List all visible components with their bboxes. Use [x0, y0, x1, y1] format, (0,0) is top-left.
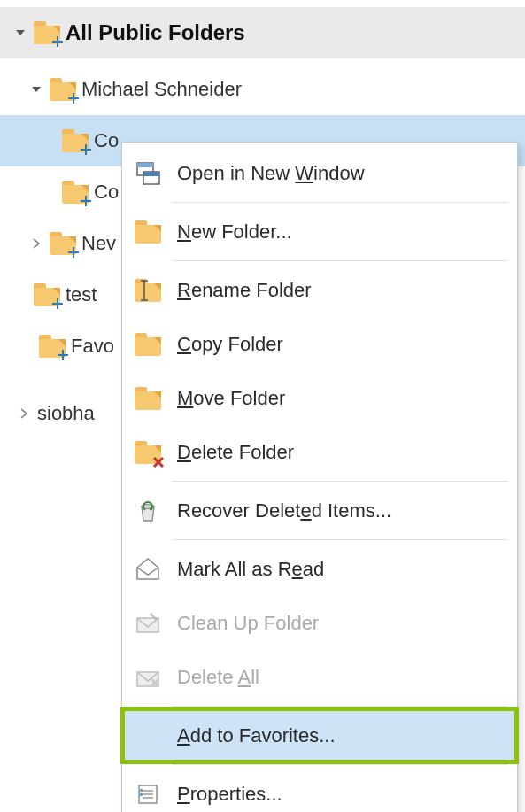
menu-divider: [172, 260, 508, 261]
tree-sibling-label: siobha: [37, 402, 95, 425]
menu-delete-folder[interactable]: Delete Folder: [122, 425, 517, 479]
folder-icon: [39, 335, 66, 358]
properties-icon: [133, 779, 163, 809]
menu-divider: [172, 764, 508, 765]
svg-rect-1: [137, 163, 153, 167]
folder-icon: [34, 21, 60, 44]
envelope-delete-icon: [133, 662, 163, 692]
menu-divider: [172, 706, 508, 707]
menu-label: Clean Up Folder: [177, 612, 319, 635]
folder-delete-icon: [133, 437, 163, 468]
svg-rect-20: [140, 793, 143, 796]
menu-divider: [172, 481, 508, 482]
menu-label: Copy Folder: [177, 333, 283, 356]
tree-item-label: test: [66, 283, 97, 306]
folder-copy-icon: [133, 329, 163, 360]
new-window-icon: [133, 159, 163, 189]
folder-icon: [62, 181, 89, 204]
menu-properties[interactable]: Properties...: [122, 767, 517, 812]
blank-icon: [133, 721, 163, 751]
recycle-bin-icon: [133, 496, 163, 526]
tree-item-label: Favo: [71, 335, 114, 358]
tree-item-label: Co: [94, 129, 119, 152]
menu-label: Move Folder: [177, 387, 285, 410]
chevron-right-icon[interactable]: [16, 406, 32, 421]
chevron-down-icon[interactable]: [28, 81, 44, 97]
folder-move-icon: [133, 383, 163, 414]
menu-mark-all-read[interactable]: Mark All as Read: [122, 542, 517, 596]
tree-item-label: Michael Schneider: [81, 78, 242, 101]
menu-label: Rename Folder: [177, 279, 312, 302]
menu-open-new-window[interactable]: Open in New Window: [122, 146, 517, 200]
chevron-down-icon[interactable]: [12, 25, 28, 41]
menu-divider: [172, 539, 508, 540]
svg-rect-19: [140, 789, 143, 792]
menu-label: Add to Favorites...: [177, 724, 336, 747]
folder-icon: [34, 283, 60, 306]
tree-item-label: Co: [94, 181, 119, 204]
menu-label: Delete Folder: [177, 441, 294, 464]
envelope-open-icon: [133, 554, 163, 584]
folder-icon: [133, 217, 163, 247]
menu-label: Open in New Window: [177, 162, 365, 185]
folder-icon: [50, 232, 76, 255]
menu-rename-folder[interactable]: Rename Folder: [122, 263, 517, 317]
menu-add-to-favorites[interactable]: Add to Favorites...: [122, 708, 517, 762]
menu-label: New Folder...: [177, 220, 292, 244]
menu-move-folder[interactable]: Move Folder: [122, 371, 517, 425]
svg-point-11: [150, 613, 153, 616]
menu-new-folder[interactable]: New Folder...: [122, 205, 517, 259]
envelope-clean-icon: [133, 608, 163, 638]
folder-icon: [62, 129, 89, 152]
folder-icon: [50, 78, 76, 101]
menu-copy-folder[interactable]: Copy Folder: [122, 317, 517, 371]
menu-divider: [172, 202, 508, 203]
menu-delete-all: Delete All: [122, 650, 517, 704]
context-menu: Open in New Window New Folder... Rename …: [121, 142, 518, 812]
tree-item-label: Nev: [81, 232, 116, 255]
chevron-right-icon[interactable]: [28, 236, 44, 251]
menu-label: Properties...: [177, 783, 282, 806]
menu-clean-up-folder: Clean Up Folder: [122, 596, 517, 650]
menu-label: Recover Deleted Items...: [177, 499, 391, 522]
tree-row-root[interactable]: All Public Folders: [0, 7, 525, 58]
folder-rename-icon: [133, 275, 163, 305]
tree-row[interactable]: Michael Schneider: [0, 64, 525, 115]
tree-root-label: All Public Folders: [66, 20, 245, 45]
svg-rect-3: [143, 172, 159, 176]
menu-recover-deleted[interactable]: Recover Deleted Items...: [122, 483, 517, 537]
menu-label: Mark All as Read: [177, 558, 324, 581]
menu-label: Delete All: [177, 666, 259, 689]
